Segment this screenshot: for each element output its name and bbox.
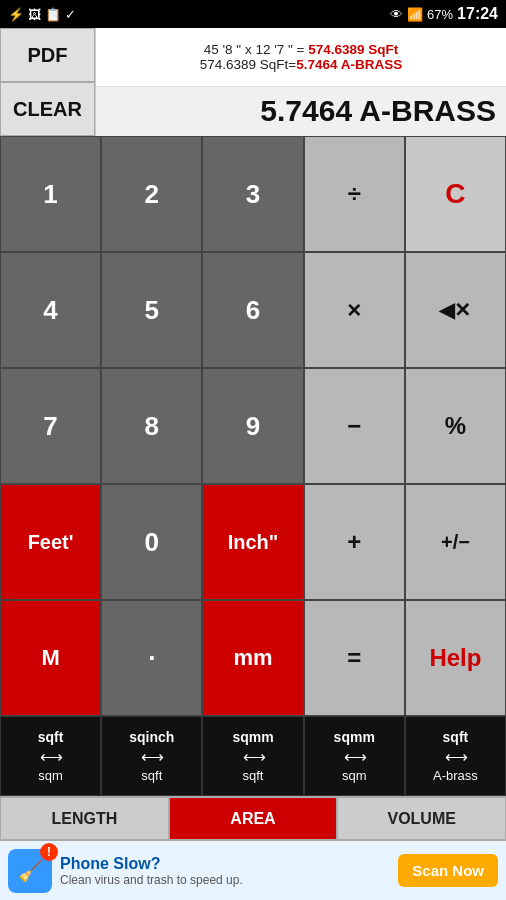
conv-bot-1: sqm: [38, 768, 63, 783]
bottom-tabs: LENGTH AREA VOLUME: [0, 796, 506, 840]
btn-inch[interactable]: Inch": [202, 484, 303, 600]
btn-8[interactable]: 8: [101, 368, 202, 484]
header-section: PDF CLEAR 45 '8 " x 12 '7 " = 574.6389 S…: [0, 28, 506, 136]
calc-row-5: M · mm = Help: [0, 600, 506, 716]
image-icon: 🖼: [28, 7, 41, 22]
right-display: 45 '8 " x 12 '7 " = 574.6389 SqFt 574.63…: [96, 28, 506, 136]
conv-arrow-1: ⟷: [40, 747, 61, 766]
eye-icon: 👁: [390, 7, 403, 22]
calc-row-2: 4 5 6 × ◀✕: [0, 252, 506, 368]
conv-bot-5: A-brass: [433, 768, 478, 783]
abrass-value: 5.7464 A-BRASS: [296, 57, 402, 72]
ad-text: Phone Slow? Clean virus and trash to spe…: [60, 855, 390, 887]
sqft-value: 574.6389 SqFt: [308, 42, 398, 57]
clear-button[interactable]: CLEAR: [0, 82, 95, 136]
usb-icon: ⚡: [8, 7, 24, 22]
status-bar: ⚡ 🖼 📋 ✓ 👁 📶 67% 17:24: [0, 0, 506, 28]
calculator-grid: 1 2 3 ÷ C 4 5 6 × ◀✕ 7 8 9 − % Feet' 0 I…: [0, 136, 506, 716]
ad-title: Phone Slow?: [60, 855, 390, 873]
btn-minus[interactable]: −: [304, 368, 405, 484]
conv-sqmm-sqm[interactable]: sqmm ⟷ sqm: [304, 716, 405, 796]
btn-2[interactable]: 2: [101, 136, 202, 252]
conv-sqinch-sqft[interactable]: sqinch ⟷ sqft: [101, 716, 202, 796]
tab-volume[interactable]: VOLUME: [337, 797, 506, 840]
equation-text: 45 '8 " x 12 '7 " =: [204, 42, 308, 57]
btn-plus[interactable]: +: [304, 484, 405, 600]
btn-5[interactable]: 5: [101, 252, 202, 368]
conv-top-5: sqft: [443, 729, 469, 745]
ad-warning-icon: !: [40, 843, 58, 861]
scan-now-button[interactable]: Scan Now: [398, 854, 498, 887]
calc-row-4: Feet' 0 Inch" + +/−: [0, 484, 506, 600]
btn-9[interactable]: 9: [202, 368, 303, 484]
check-icon: ✓: [65, 7, 76, 22]
btn-3[interactable]: 3: [202, 136, 303, 252]
conv-bot-4: sqm: [342, 768, 367, 783]
conv-bot-2: sqft: [141, 768, 162, 783]
conv-top-1: sqft: [38, 729, 64, 745]
btn-0[interactable]: 0: [101, 484, 202, 600]
btn-mm[interactable]: mm: [202, 600, 303, 716]
status-left: ⚡ 🖼 📋 ✓: [8, 7, 76, 22]
conv-bot-3: sqft: [243, 768, 264, 783]
btn-percent[interactable]: %: [405, 368, 506, 484]
ad-subtitle: Clean virus and trash to speed up.: [60, 873, 390, 887]
battery-label: 67%: [427, 7, 453, 22]
btn-6[interactable]: 6: [202, 252, 303, 368]
ad-banner: 🧹 ! Phone Slow? Clean virus and trash to…: [0, 840, 506, 900]
conv-arrow-2: ⟷: [141, 747, 162, 766]
signal-icon: 📶: [407, 7, 423, 22]
sqft-label: 574.6389 SqFt=: [200, 57, 296, 72]
btn-clear[interactable]: C: [405, 136, 506, 252]
top-result: 45 '8 " x 12 '7 " = 574.6389 SqFt 574.63…: [96, 28, 506, 87]
conv-sqmm-sqft[interactable]: sqmm ⟷ sqft: [202, 716, 303, 796]
main-display-value: 5.7464 A-BRASS: [260, 94, 496, 128]
file-icon: 📋: [45, 7, 61, 22]
status-right: 👁 📶 67% 17:24: [390, 5, 498, 23]
conv-arrow-3: ⟷: [243, 747, 264, 766]
btn-7[interactable]: 7: [0, 368, 101, 484]
btn-help[interactable]: Help: [405, 600, 506, 716]
btn-multiply[interactable]: ×: [304, 252, 405, 368]
result-line2: 574.6389 SqFt=5.7464 A-BRASS: [200, 57, 403, 72]
btn-plusminus[interactable]: +/−: [405, 484, 506, 600]
tab-length[interactable]: LENGTH: [0, 797, 169, 840]
btn-dot[interactable]: ·: [101, 600, 202, 716]
btn-4[interactable]: 4: [0, 252, 101, 368]
left-buttons: PDF CLEAR: [0, 28, 96, 136]
calc-row-1: 1 2 3 ÷ C: [0, 136, 506, 252]
main-result: 5.7464 A-BRASS: [96, 87, 506, 137]
time-display: 17:24: [457, 5, 498, 23]
btn-divide[interactable]: ÷: [304, 136, 405, 252]
conv-top-2: sqinch: [129, 729, 174, 745]
conversion-row: sqft ⟷ sqm sqinch ⟷ sqft sqmm ⟷ sqft sqm…: [0, 716, 506, 796]
conv-top-3: sqmm: [232, 729, 273, 745]
btn-backspace[interactable]: ◀✕: [405, 252, 506, 368]
conv-top-4: sqmm: [334, 729, 375, 745]
ad-icon: 🧹 !: [8, 849, 52, 893]
btn-equals[interactable]: =: [304, 600, 405, 716]
btn-1[interactable]: 1: [0, 136, 101, 252]
pdf-button[interactable]: PDF: [0, 28, 95, 82]
calc-row-3: 7 8 9 − %: [0, 368, 506, 484]
btn-feet[interactable]: Feet': [0, 484, 101, 600]
result-line1: 45 '8 " x 12 '7 " = 574.6389 SqFt: [204, 42, 399, 57]
conv-arrow-4: ⟷: [344, 747, 365, 766]
conv-sqft-abrass[interactable]: sqft ⟷ A-brass: [405, 716, 506, 796]
tab-area[interactable]: AREA: [169, 797, 338, 840]
btn-m[interactable]: M: [0, 600, 101, 716]
conv-sqft-sqm[interactable]: sqft ⟷ sqm: [0, 716, 101, 796]
conv-arrow-5: ⟷: [445, 747, 466, 766]
